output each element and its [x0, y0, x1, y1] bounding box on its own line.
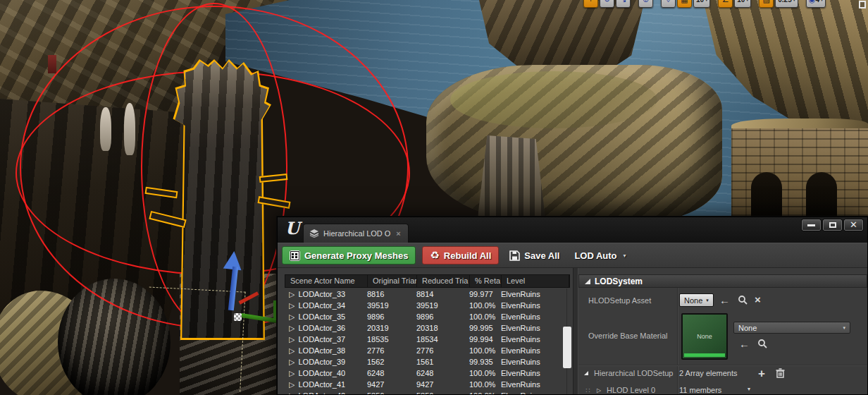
chevron-down-icon: ▾ [793, 0, 795, 2]
hlod-level-expander-icon[interactable]: ▷ [597, 387, 601, 394]
override-base-material-label: Override Base Material [588, 332, 668, 340]
material-thumbnail-strip [684, 353, 725, 357]
scrollbar-thumb[interactable] [563, 327, 571, 368]
use-selected-asset-arrow-icon[interactable]: ← [719, 295, 730, 305]
chevron-down-icon[interactable]: ▾ [748, 386, 750, 392]
actor-name: LODActor_37 [298, 335, 345, 344]
toolbar-gap [655, 0, 659, 8]
rotation-snap-value-button[interactable]: 10▾ [734, 0, 751, 8]
array-expanded-icon[interactable] [584, 371, 588, 375]
generate-proxy-meshes-label: Generate Proxy Meshes [304, 250, 408, 261]
tab-hierarchical-lod-outliner[interactable]: Hierarchical LOD O × [303, 224, 409, 243]
browse-material-magnifier-icon[interactable] [757, 339, 767, 348]
save-floppy-icon [509, 250, 520, 261]
row-expander-icon[interactable]: ▷ [289, 380, 294, 389]
row-expander-icon[interactable]: ▷ [289, 290, 294, 299]
percent-retained: 99.994 [469, 335, 501, 344]
generate-proxy-meshes-button[interactable]: Generate Proxy Meshes [282, 246, 416, 265]
row-expander-icon[interactable]: ▷ [289, 312, 294, 322]
reduced-triangles: 1561 [416, 358, 469, 366]
table-body: ▷LODActor_338816881499.977ElvenRuins▷LOD… [285, 288, 559, 394]
minimize-icon [807, 224, 815, 226]
tab-close-icon[interactable]: × [396, 229, 400, 238]
close-button[interactable]: ✕ [844, 219, 863, 231]
rotate-tool-button[interactable]: ↻ [600, 0, 614, 8]
drag-handle-icon[interactable]: ∷ [585, 387, 589, 394]
percent-retained: 100.0% [469, 312, 501, 321]
lod-auto-dropdown[interactable]: LOD Auto ▾ [570, 246, 630, 265]
maximize-button[interactable] [823, 219, 842, 231]
level-name: ElvenRuins [501, 335, 559, 344]
column-level[interactable]: Level [502, 275, 569, 287]
row-expander-icon[interactable]: ▷ [289, 346, 294, 356]
translate-tool-button[interactable]: + [583, 0, 598, 8]
scale-snap-value-button[interactable]: 0.25▾ [775, 0, 798, 8]
camera-speed-icon: ◉ [809, 0, 816, 4]
use-selected-material-arrow-icon[interactable]: ← [739, 339, 750, 349]
rebuild-all-button[interactable]: ♻ Rebuild All [422, 246, 499, 265]
scale-snap-button[interactable]: ▨ [759, 0, 774, 8]
override-material-dropdown[interactable]: None ▾ [733, 322, 850, 334]
level-name: ElvenRuins [501, 380, 559, 389]
table-row[interactable]: ▷LODActor_343951939519100.0%ElvenRuins [285, 300, 559, 311]
table-scrollbar[interactable] [562, 288, 572, 394]
section-title: LODSystem [595, 276, 643, 286]
table-row[interactable]: ▷LODActor_391562156199.935ElvenRuins [285, 356, 559, 367]
override-material-value: None [738, 324, 757, 332]
rotation-snap-button[interactable]: ∠ [718, 0, 733, 8]
panel-splitter[interactable] [573, 268, 578, 394]
table-row[interactable]: ▷LODActor_338816881499.977ElvenRuins [285, 288, 559, 300]
grid-snap-value-button[interactable]: 10▾ [693, 0, 710, 8]
red-banner-prop [48, 55, 56, 73]
table-row[interactable]: ▷LODActor_4194279427100.0%ElvenRuins [285, 379, 559, 390]
camera-speed-button[interactable]: ◉4▾ [806, 0, 826, 8]
hlodsetup-asset-dropdown[interactable]: None ▾ [679, 293, 714, 307]
table-row[interactable]: ▷LODActor_36203192031899.995ElvenRuins [285, 322, 559, 334]
material-thumbnail[interactable]: None [681, 313, 728, 360]
rebuild-all-label: Rebuild All [444, 250, 491, 261]
level-name: ElvenRuins [501, 369, 559, 377]
save-all-button[interactable]: Save All [505, 246, 564, 265]
original-triangles: 1562 [367, 358, 416, 366]
rock-island [426, 65, 722, 224]
trash-icon[interactable] [776, 368, 785, 378]
table-row[interactable]: ▷LODActor_4062486248100.0%ElvenRuins [285, 367, 559, 379]
column-scene-actor-name[interactable]: Scene Actor Name [285, 275, 368, 287]
table-row[interactable]: ▷LODActor_3598969896100.0%ElvenRuins [285, 311, 559, 322]
layers-icon [309, 229, 319, 238]
hlodsetup-asset-label: HLODSetup Asset [588, 296, 651, 305]
coordinate-system-button[interactable]: ⊕ [638, 0, 653, 8]
row-expander-icon[interactable]: ▷ [289, 358, 294, 367]
surface-snap-button[interactable]: ◊ [661, 0, 676, 8]
add-array-element-icon[interactable]: + [758, 367, 765, 379]
lodsystem-section-header[interactable]: LODSystem [578, 274, 867, 288]
row-expander-icon[interactable]: ▷ [289, 369, 294, 378]
column-percent-retained[interactable]: % Reta [470, 275, 502, 287]
close-icon: ✕ [850, 221, 857, 229]
actor-name: LODActor_38 [298, 346, 345, 355]
original-triangles: 18535 [367, 335, 416, 344]
table-row[interactable]: ▷LODActor_37185351853499.994ElvenRuins [285, 334, 559, 345]
property-column-divider[interactable] [677, 288, 678, 394]
row-expander-icon[interactable]: ▷ [289, 301, 294, 310]
row-expander-icon[interactable]: ▷ [289, 324, 294, 333]
level-name: ElvenRuins [501, 358, 559, 366]
browse-asset-magnifier-icon[interactable] [738, 295, 748, 305]
gizmo-origin[interactable] [234, 313, 242, 321]
grid-snap-button[interactable]: ▦ [677, 0, 692, 8]
scene-actors-panel: Scene Actor Name Original Trian Reduced … [282, 268, 573, 394]
table-row[interactable]: ▷LODActor_4258565856100.0%ElvenRuins [285, 390, 559, 394]
column-original-triangles[interactable]: Original Trian [368, 275, 417, 287]
minimize-button[interactable] [802, 219, 821, 231]
original-triangles: 2776 [367, 346, 416, 355]
column-reduced-triangles[interactable]: Reduced Tria [417, 275, 470, 287]
viewport-maximize-icon[interactable] [859, 1, 866, 8]
table-row[interactable]: ▷LODActor_3827762776100.0%ElvenRuins [285, 345, 559, 356]
clear-asset-icon[interactable]: × [755, 294, 761, 305]
row-expander-icon[interactable]: ▷ [289, 391, 294, 395]
scale-tool-button[interactable]: ↘ [616, 0, 631, 8]
window-titlebar[interactable]: U Hierarchical LOD O × ✕ [278, 217, 867, 243]
reduced-triangles: 5856 [416, 391, 469, 394]
row-expander-icon[interactable]: ▷ [289, 335, 294, 344]
scale-snap-icon: ▨ [763, 0, 770, 4]
